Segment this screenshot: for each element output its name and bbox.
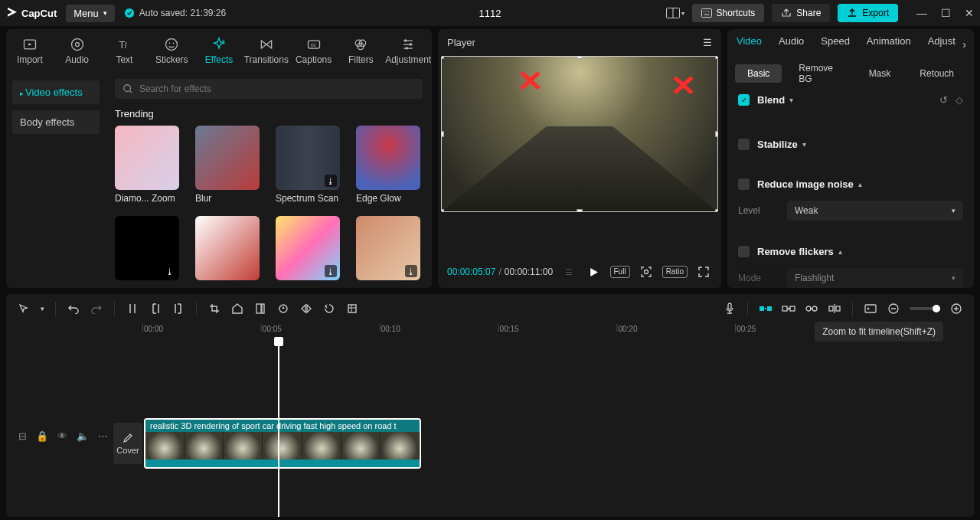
tab-transitions[interactable]: Transitions — [243, 34, 290, 68]
resize-handle[interactable] — [715, 209, 718, 212]
redo-button[interactable] — [87, 299, 106, 319]
tab-audio[interactable]: Audio — [54, 34, 101, 68]
rtab-adjust[interactable]: Adjust — [928, 35, 956, 50]
crop-tool[interactable] — [204, 299, 224, 319]
tab-text[interactable]: TI Text — [101, 34, 149, 68]
track-more-icon[interactable]: ⋯ — [98, 430, 108, 442]
checkbox-unchecked-icon[interactable] — [738, 178, 750, 190]
preview-toggle[interactable] — [861, 299, 880, 319]
tab-stickers[interactable]: Stickers — [148, 34, 195, 68]
effect-thumb[interactable] — [356, 126, 420, 190]
reverse-tool[interactable] — [273, 299, 293, 319]
zoom-out-button[interactable] — [884, 299, 903, 319]
level-select[interactable]: Weak ▾ — [787, 201, 963, 221]
full-button[interactable]: Full — [610, 266, 630, 278]
tab-filters[interactable]: Filters — [337, 34, 384, 68]
scan-icon[interactable] — [638, 263, 655, 280]
rtab-animation[interactable]: Animation — [867, 35, 911, 50]
mirror-tool[interactable] — [296, 299, 316, 319]
download-icon[interactable]: ⭳ — [325, 175, 337, 187]
resize-handle[interactable] — [441, 56, 444, 59]
checkbox-checked-icon[interactable]: ✓ — [738, 94, 750, 106]
cover-button[interactable]: Cover — [113, 423, 142, 464]
track-lock-icon[interactable]: 🔒 — [36, 430, 48, 442]
track-collapse-icon[interactable]: ⊟ — [18, 430, 27, 442]
resize-handle[interactable] — [577, 56, 583, 59]
fullscreen-icon[interactable] — [695, 263, 712, 280]
align-tool[interactable] — [825, 299, 844, 319]
tab-import[interactable]: Import — [6, 34, 54, 68]
undo-button[interactable] — [64, 299, 83, 319]
download-icon[interactable]: ⭳ — [164, 265, 176, 277]
list-icon[interactable]: ☰ — [560, 263, 577, 280]
zoom-slider[interactable] — [910, 307, 940, 310]
zoom-knob[interactable] — [933, 305, 940, 312]
trim-right-tool[interactable] — [168, 299, 188, 319]
playhead[interactable] — [278, 338, 279, 517]
subtab-basic[interactable]: Basic — [735, 64, 782, 83]
effect-thumb[interactable]: ⭳ — [115, 216, 179, 280]
magnet-tool[interactable] — [756, 299, 776, 319]
prop-blend[interactable]: ✓ Blend ▾ ↺ ◇ — [738, 94, 963, 113]
effect-thumb[interactable]: ⭳ — [276, 126, 340, 190]
effect-thumb[interactable] — [195, 126, 260, 190]
download-icon[interactable]: ⭳ — [405, 265, 417, 277]
keyframe-icon[interactable]: ◇ — [956, 94, 963, 106]
timeline-clip[interactable]: realistic 3D rendering of sport car driv… — [144, 418, 421, 469]
panel-scroll-right-icon[interactable]: › — [962, 38, 966, 51]
rotate-tool[interactable] — [319, 299, 339, 319]
player-viewport[interactable]: ✕ ✕ — [441, 56, 718, 212]
track-mute-icon[interactable]: 🔈 — [77, 430, 89, 442]
tab-effects[interactable]: Effects — [195, 34, 243, 68]
crop2-tool[interactable] — [342, 299, 362, 319]
effects-search-input[interactable] — [139, 83, 415, 94]
timeline-tracks[interactable]: ⊟ 🔒 👁 🔈 ⋯ Cover realistic 3D rendering o… — [6, 338, 974, 517]
chain-tool[interactable] — [802, 299, 822, 319]
play-button[interactable] — [585, 263, 602, 280]
effect-thumb[interactable] — [115, 126, 179, 190]
resize-handle[interactable] — [441, 132, 444, 137]
tab-captions[interactable]: cc Captions — [290, 34, 338, 68]
link-tool[interactable] — [779, 299, 799, 319]
prop-stabilize[interactable]: Stabilize ▾ — [738, 136, 963, 153]
track-visible-icon[interactable]: 👁 — [57, 430, 67, 442]
resize-handle[interactable] — [715, 56, 718, 59]
rtab-speed[interactable]: Speed — [821, 35, 850, 50]
selection-dropdown[interactable]: ▾ — [37, 299, 47, 319]
record-vo-button[interactable] — [720, 299, 740, 319]
page-tool[interactable] — [250, 299, 270, 319]
layout-button[interactable]: ▾ — [666, 4, 684, 22]
marker-tool[interactable] — [227, 299, 247, 319]
export-button[interactable]: Export — [838, 4, 898, 22]
effect-thumb[interactable] — [195, 216, 260, 280]
prop-reduce-noise[interactable]: Reduce image noise ▴ — [738, 175, 963, 193]
ratio-button[interactable]: Ratio — [662, 266, 688, 278]
subtab-removebg[interactable]: Remove BG — [786, 59, 851, 88]
shortcuts-button[interactable]: Shortcuts — [692, 4, 765, 22]
trim-left-tool[interactable] — [145, 299, 165, 319]
resize-handle[interactable] — [577, 209, 583, 212]
prop-remove-flickers[interactable]: Remove flickers ▴ — [738, 243, 963, 260]
resize-handle[interactable] — [715, 132, 718, 137]
effect-thumb[interactable]: ⭳ — [356, 216, 420, 280]
selection-tool[interactable] — [14, 299, 34, 319]
sidebar-item-video-effects[interactable]: ▸Video effects — [12, 80, 100, 104]
tab-adjustment[interactable]: Adjustment — [384, 34, 432, 68]
player-menu-icon[interactable]: ☰ — [703, 37, 712, 48]
share-button[interactable]: Share — [772, 4, 830, 22]
resize-handle[interactable] — [441, 209, 444, 212]
sidebar-item-body-effects[interactable]: Body effects — [12, 110, 100, 134]
minimize-button[interactable]: — — [916, 7, 927, 19]
close-button[interactable]: ✕ — [965, 7, 974, 19]
rtab-audio[interactable]: Audio — [779, 35, 804, 50]
keyframe-reset-icon[interactable]: ↺ — [939, 94, 948, 106]
checkbox-unchecked-icon[interactable] — [738, 246, 750, 257]
maximize-button[interactable]: ☐ — [941, 7, 951, 19]
subtab-mask[interactable]: Mask — [857, 64, 903, 83]
effect-thumb[interactable]: ⭳ — [276, 216, 340, 280]
rtab-video[interactable]: Video — [737, 35, 762, 50]
mode-select[interactable]: Flashlight ▾ — [787, 268, 963, 288]
subtab-retouch[interactable]: Retouch — [907, 64, 966, 83]
download-icon[interactable]: ⭳ — [325, 265, 337, 277]
checkbox-unchecked-icon[interactable] — [738, 139, 750, 150]
